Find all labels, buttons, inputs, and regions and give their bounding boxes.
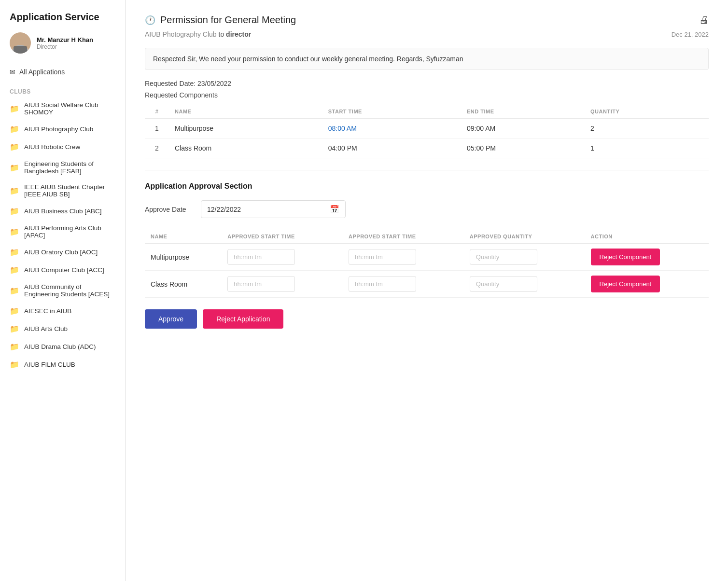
approval-col-name: NAME bbox=[145, 230, 222, 244]
approved-qty-input-0[interactable] bbox=[470, 249, 537, 265]
approved-end-input-0[interactable] bbox=[349, 249, 416, 265]
club-name: AIUB Drama Club (ADC) bbox=[24, 343, 96, 350]
approval-table-header: NAME APPROVED START TIME APPROVED START … bbox=[145, 230, 709, 244]
club-name: AIUB Photography Club bbox=[24, 125, 93, 133]
club-name: IEEE AIUB Student Chapter [IEEE AIUB SB] bbox=[24, 183, 115, 198]
folder-icon: 📁 bbox=[10, 124, 19, 134]
sidebar-club-item[interactable]: 📁AIESEC in AIUB bbox=[0, 302, 125, 320]
approved-start-input-0[interactable] bbox=[227, 249, 295, 265]
print-icon[interactable]: 🖨 bbox=[699, 14, 709, 26]
approval-col-action: ACTION bbox=[585, 230, 709, 244]
folder-icon: 📁 bbox=[10, 227, 19, 236]
folder-icon: 📁 bbox=[10, 142, 19, 152]
clubs-section-label: Clubs bbox=[0, 84, 125, 97]
calendar-icon[interactable]: 📅 bbox=[330, 205, 339, 214]
approve-button[interactable]: Approve bbox=[145, 309, 197, 329]
reject-component-button-0[interactable]: Reject Component bbox=[591, 249, 660, 265]
row-qty: 2 bbox=[585, 119, 709, 138]
club-name: AIUB Oratory Club [AOC] bbox=[24, 249, 98, 256]
application-message: Respected Sir, We need your permission t… bbox=[145, 48, 709, 70]
components-table-body: 1 Multipurpose 08:00 AM 09:00 AM 2 2 Cla… bbox=[145, 119, 709, 158]
club-name: AIUB FILM CLUB bbox=[24, 361, 75, 368]
row-start: 04:00 PM bbox=[322, 138, 461, 158]
sidebar-club-item[interactable]: 📁AIUB Performing Arts Club [APAC] bbox=[0, 220, 125, 243]
folder-icon: 📁 bbox=[10, 360, 19, 369]
sidebar-club-item[interactable]: 📁AIUB Social Welfare Club SHOMOY bbox=[0, 97, 125, 120]
table-row: 2 Class Room 04:00 PM 05:00 PM 1 bbox=[145, 138, 709, 158]
from-club: AIUB Photography Club bbox=[145, 30, 217, 38]
approval-section-title: Application Approval Section bbox=[145, 182, 709, 191]
section-divider bbox=[145, 170, 709, 170]
approval-row-action: Reject Component bbox=[585, 271, 709, 298]
table-row: Multipurpose Reject Component bbox=[145, 244, 709, 271]
app-title: Application Service bbox=[0, 12, 125, 32]
approved-end-input-1[interactable] bbox=[349, 276, 416, 292]
title-row: 🕐 Permission for General Meeting bbox=[145, 14, 296, 26]
row-end: 09:00 AM bbox=[461, 119, 585, 138]
to-recipient: director bbox=[226, 30, 251, 38]
row-name: Multipurpose bbox=[169, 119, 322, 138]
approval-row-start[interactable] bbox=[222, 271, 343, 298]
user-name: Mr. Manzur H Khan bbox=[37, 36, 93, 43]
sidebar-club-item[interactable]: 📁AIUB FILM CLUB bbox=[0, 356, 125, 374]
approved-qty-input-1[interactable] bbox=[470, 276, 537, 292]
col-start: START TIME bbox=[322, 105, 461, 119]
folder-icon: 📁 bbox=[10, 265, 19, 275]
approved-start-input-1[interactable] bbox=[227, 276, 295, 292]
folder-icon: 📁 bbox=[10, 286, 19, 295]
bottom-actions: Approve Reject Application bbox=[145, 309, 709, 329]
row-start: 08:00 AM bbox=[322, 119, 461, 138]
col-qty: QUANTITY bbox=[585, 105, 709, 119]
club-name: AIUB Business Club [ABC] bbox=[24, 208, 102, 215]
approve-date-input[interactable] bbox=[207, 206, 326, 213]
sidebar-club-item[interactable]: 📁AIUB Photography Club bbox=[0, 120, 125, 138]
components-table: # NAME START TIME END TIME QUANTITY 1 Mu… bbox=[145, 105, 709, 158]
folder-icon: 📁 bbox=[10, 342, 19, 351]
sidebar-club-item[interactable]: 📁AIUB Oratory Club [AOC] bbox=[0, 243, 125, 261]
folder-icon: 📁 bbox=[10, 324, 19, 333]
sidebar-club-item[interactable]: 📁AIUB Computer Club [ACC] bbox=[0, 261, 125, 279]
approval-table: NAME APPROVED START TIME APPROVED START … bbox=[145, 230, 709, 298]
sidebar-club-item[interactable]: 📁IEEE AIUB Student Chapter [IEEE AIUB SB… bbox=[0, 179, 125, 202]
approval-col-qty: APPROVED QUANTITY bbox=[464, 230, 585, 244]
row-num: 2 bbox=[145, 138, 169, 158]
to-label: to bbox=[219, 30, 226, 38]
sidebar-club-item[interactable]: 📁AIUB Drama Club (ADC) bbox=[0, 338, 125, 356]
application-date: Dec 21, 2022 bbox=[672, 31, 709, 38]
svg-point-1 bbox=[15, 35, 25, 45]
user-role: Director bbox=[37, 43, 93, 50]
reject-component-button-1[interactable]: Reject Component bbox=[591, 276, 660, 292]
row-end: 05:00 PM bbox=[461, 138, 585, 158]
requested-components-label: Requested Components bbox=[145, 91, 709, 99]
sidebar-club-item[interactable]: 📁AIUB Arts Club bbox=[0, 320, 125, 338]
app-meta: AIUB Photography Club to director Dec 21… bbox=[145, 30, 709, 38]
avatar bbox=[10, 32, 31, 54]
folder-icon: 📁 bbox=[10, 306, 19, 316]
sidebar-club-item[interactable]: 📁AIUB Business Club [ABC] bbox=[0, 202, 125, 220]
sidebar-club-item[interactable]: 📁AIUB Community of Engineering Students … bbox=[0, 279, 125, 302]
approval-row-start[interactable] bbox=[222, 244, 343, 271]
col-num: # bbox=[145, 105, 169, 119]
application-title: Permission for General Meeting bbox=[160, 14, 296, 26]
col-end: END TIME bbox=[461, 105, 585, 119]
reject-application-button[interactable]: Reject Application bbox=[203, 309, 283, 329]
approval-row-qty[interactable] bbox=[464, 271, 585, 298]
club-name: AIESEC in AIUB bbox=[24, 307, 71, 315]
table-row: 1 Multipurpose 08:00 AM 09:00 AM 2 bbox=[145, 119, 709, 138]
sidebar-club-item[interactable]: 📁AIUB Robotic Crew bbox=[0, 138, 125, 156]
table-row: Class Room Reject Component bbox=[145, 271, 709, 298]
svg-rect-2 bbox=[14, 46, 27, 54]
row-qty: 1 bbox=[585, 138, 709, 158]
approval-row-qty[interactable] bbox=[464, 244, 585, 271]
user-info: Mr. Manzur H Khan Director bbox=[37, 36, 93, 50]
approval-row-name: Multipurpose bbox=[145, 244, 222, 271]
row-name: Class Room bbox=[169, 138, 322, 158]
folder-icon: 📁 bbox=[10, 207, 19, 216]
folder-icon: 📁 bbox=[10, 248, 19, 257]
user-profile: Mr. Manzur H Khan Director bbox=[0, 32, 125, 63]
folder-icon: 📁 bbox=[10, 186, 19, 195]
approval-row-end[interactable] bbox=[343, 271, 464, 298]
approval-row-end[interactable] bbox=[343, 244, 464, 271]
sidebar-club-item[interactable]: 📁Engineering Students of Bangladesh [ESA… bbox=[0, 156, 125, 179]
all-applications-link[interactable]: ✉ All Applications bbox=[0, 63, 125, 81]
